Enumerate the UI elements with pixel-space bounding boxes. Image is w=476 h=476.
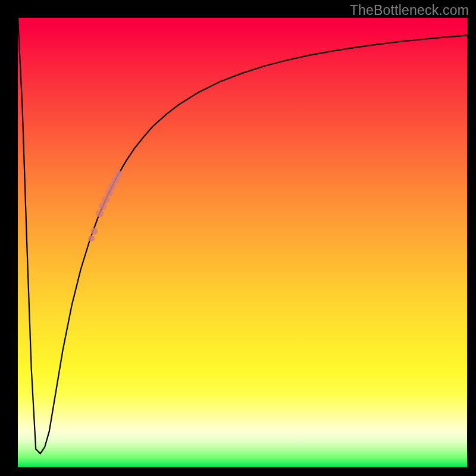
bottleneck-curve [18,18,467,453]
chart-overlay [18,18,467,467]
highlight-marker [102,196,109,203]
chart-frame: TheBottleneck.com [0,0,476,476]
highlight-marker [99,202,107,210]
highlight-marker [88,235,95,242]
highlight-markers [88,170,122,242]
plot-area [18,18,467,467]
highlight-marker [90,228,98,235]
highlight-marker [115,170,123,178]
watermark-text: TheBottleneck.com [350,2,469,18]
highlight-marker [96,209,104,217]
